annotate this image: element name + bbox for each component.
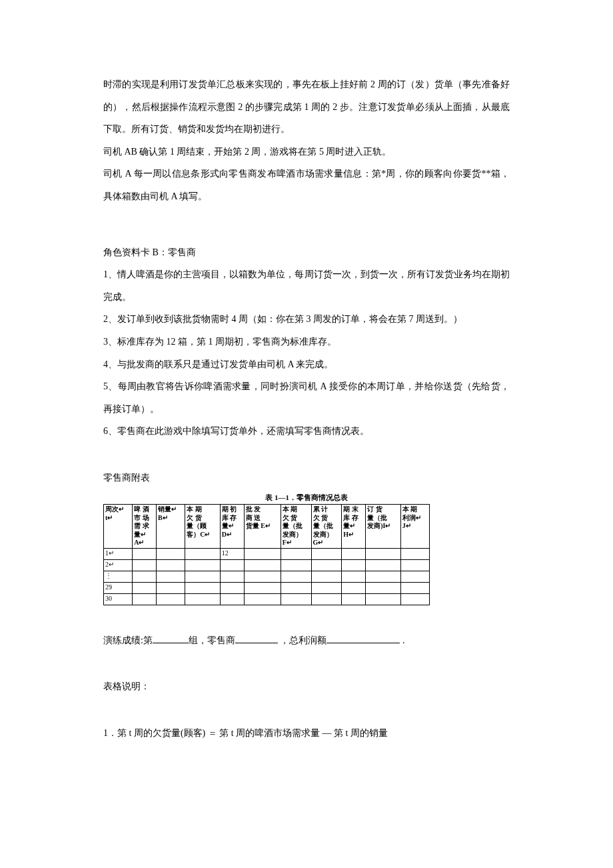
table-row: 2↵ (104, 559, 430, 571)
col-wholesaler-delivery: 批 发 商 送 货量 E↵ (244, 505, 281, 549)
cell-week: 2↵ (104, 559, 133, 571)
explain-title: 表格说明： (103, 675, 510, 698)
col-week: 周次↵ t↵ (104, 505, 133, 549)
col-begin-inventory: 期 初 库 存 量↵ D↵ (220, 505, 244, 549)
rolecard-item-1: 1、情人啤酒是你的主营项目，以箱数为单位，每周订货一次，到货一次，所有订发货业务… (103, 263, 510, 308)
blank-group (153, 633, 189, 643)
col-end-inventory: 期 末 库 存 量↵ H↵ (342, 505, 366, 549)
col-demand: 啤 酒 市 场 需 求 量↵ A↵ (133, 505, 157, 549)
intro-p3: 司机 A 每一周以信息条形式向零售商发布啤酒市场需求量信息：第*周，你的顾客向你… (103, 163, 510, 207)
cell-week: 30 (104, 593, 133, 605)
rolecard-item-6: 6、零售商在此游戏中除填写订货单外，还需填写零售商情况表。 (103, 420, 510, 443)
formula-1: 1．第 t 周的欠货量(顾客) ＝ 第 t 周的啤酒市场需求量 — 第 t 周的… (103, 722, 510, 745)
rolecard-title: 角色资料卡 B：零售商 (103, 241, 510, 264)
table-row: 1↵ 12 (104, 548, 430, 559)
score-end: . (402, 635, 405, 645)
score-mid1: 组，零售商 (189, 635, 235, 645)
cell-week: 1↵ (104, 548, 133, 559)
col-short-wholesaler: 本 期 欠 货 量（批 发商） F↵ (281, 505, 311, 549)
score-mid2: ，总利润额 (280, 635, 326, 645)
cell-week: 29 (104, 582, 133, 593)
cell-begin-inv: 12 (220, 548, 244, 559)
rolecard-item-3: 3、标准库存为 12 箱，第 1 周期初，零售商为标准库存。 (103, 331, 510, 353)
blank-profit (326, 633, 400, 643)
rolecard-item-4: 4、与批发商的联系只是通过订发货单由司机 A 来完成。 (103, 353, 510, 376)
blank-retailer (235, 633, 278, 643)
col-sales: 销量↵ B↵ (157, 505, 185, 549)
retailer-status-table: 周次↵ t↵ 啤 酒 市 场 需 求 量↵ A↵ 销量↵ B↵ 本 期 欠 货 … (103, 504, 430, 605)
col-profit: 本 期 利润↵ J↵ (400, 505, 429, 549)
score-line: 演练成绩:第组，零售商 ，总利润额 . (103, 629, 510, 652)
rolecard-item-2: 2、发订单到收到该批货物需时 4 周（如：你在第 3 周发的订单，将会在第 7 … (103, 308, 510, 331)
col-short-customer: 本 期 欠 货 量（顾 客）C↵ (185, 505, 221, 549)
page: 时滞的实现是利用订发货单汇总板来实现的，事先在板上挂好前 2 周的订（发）货单（… (0, 0, 613, 868)
rolecard-item-5: 5、每周由教官将告诉你啤酒需求量，同时扮演司机 A 接受你的本周订单，并给你送货… (103, 375, 510, 420)
intro-p2: 司机 AB 确认第 1 周结束，开始第 2 周，游戏将在第 5 周时进入正轨。 (103, 141, 510, 163)
intro-p1: 时滞的实现是利用订发货单汇总板来实现的，事先在板上挂好前 2 周的订（发）货单（… (103, 73, 510, 141)
table-header-row: 周次↵ t↵ 啤 酒 市 场 需 求 量↵ A↵ 销量↵ B↵ 本 期 欠 货 … (104, 505, 430, 549)
col-cum-short-wholesaler: 累 计 欠 货 量（批 发商） G↵ (311, 505, 342, 549)
score-prefix: 演练成绩:第 (103, 635, 153, 645)
table-row: 30 (104, 593, 430, 605)
cell-week: ⋮ (104, 571, 133, 582)
table-title: 表 1—1．零售商情况总表 (103, 492, 510, 503)
table-row: 29 (104, 582, 430, 593)
table-row: ⋮ (104, 571, 430, 582)
col-order-wholesaler: 订 货 量（批 发商)I↵ (366, 505, 401, 549)
attach-title: 零售商附表 (103, 467, 510, 489)
